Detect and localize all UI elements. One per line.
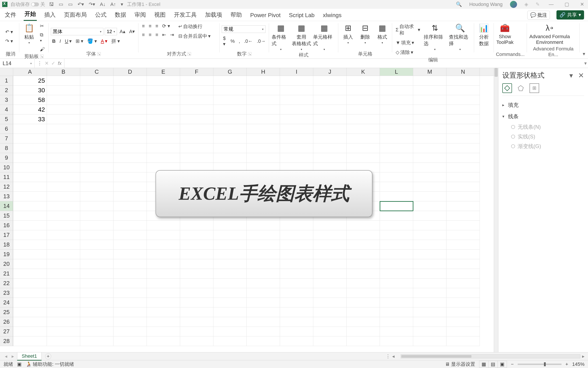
cell-N19[interactable] xyxy=(447,249,480,259)
row-header-7[interactable]: 7 xyxy=(0,134,13,143)
cell-E17[interactable] xyxy=(147,230,180,240)
cell-M19[interactable] xyxy=(413,249,447,259)
normal-view-button[interactable]: ▦ xyxy=(479,361,489,368)
cell-A19[interactable] xyxy=(13,249,47,259)
cell-B26[interactable] xyxy=(47,317,80,327)
tab-review[interactable]: 审阅 xyxy=(134,9,147,21)
tab-data[interactable]: 数据 xyxy=(114,9,127,21)
cell-B23[interactable] xyxy=(47,288,80,298)
cell-C23[interactable] xyxy=(80,288,114,298)
cell-G23[interactable] xyxy=(213,288,247,298)
cell-A21[interactable] xyxy=(13,269,47,278)
cell-E23[interactable] xyxy=(147,288,180,298)
cell-B2[interactable] xyxy=(47,85,80,95)
cell-G18[interactable] xyxy=(213,240,247,249)
cell-D21[interactable] xyxy=(114,269,147,278)
page-break-view-button[interactable]: ▣ xyxy=(498,361,507,368)
font-color-button[interactable]: A ▾ xyxy=(99,37,109,46)
cell-G24[interactable] xyxy=(213,298,247,307)
cell-C15[interactable] xyxy=(80,211,114,221)
cell-D3[interactable] xyxy=(114,95,147,105)
cell-I5[interactable] xyxy=(280,114,313,124)
cell-E6[interactable] xyxy=(147,124,180,134)
cell-H5[interactable] xyxy=(247,114,280,124)
cell-B12[interactable] xyxy=(47,182,80,192)
cell-N9[interactable] xyxy=(447,153,480,163)
cell-H28[interactable] xyxy=(247,336,280,346)
horizontal-scrollbar[interactable] xyxy=(401,354,580,358)
align-middle-button[interactable]: ≡ xyxy=(148,22,153,30)
cell-I3[interactable] xyxy=(280,95,313,105)
cell-D6[interactable] xyxy=(114,124,147,134)
cell-F24[interactable] xyxy=(180,298,213,307)
cell-I26[interactable] xyxy=(280,317,313,327)
cell-M4[interactable] xyxy=(413,105,447,114)
cell-E19[interactable] xyxy=(147,249,180,259)
cell-E25[interactable] xyxy=(147,307,180,317)
cell-J27[interactable] xyxy=(313,327,347,336)
cell-C20[interactable] xyxy=(80,259,114,269)
cell-C12[interactable] xyxy=(80,182,114,192)
wrap-text-button[interactable]: ↵ 自动换行 xyxy=(177,22,212,31)
zoom-slider[interactable] xyxy=(518,364,562,365)
row-header-11[interactable]: 11 xyxy=(0,172,13,182)
cell-K1[interactable] xyxy=(347,76,380,85)
number-launcher-icon[interactable]: ↘ xyxy=(248,52,252,56)
cell-L20[interactable] xyxy=(380,259,413,269)
cell-H1[interactable] xyxy=(247,76,280,85)
cell-N8[interactable] xyxy=(447,143,480,153)
cell-A13[interactable] xyxy=(13,192,47,201)
cell-F26[interactable] xyxy=(180,317,213,327)
cell-N5[interactable] xyxy=(447,114,480,124)
cell-D9[interactable] xyxy=(114,153,147,163)
cell-G16[interactable] xyxy=(213,221,247,230)
row-header-17[interactable]: 17 xyxy=(0,230,13,240)
cell-I17[interactable] xyxy=(280,230,313,240)
row-header-22[interactable]: 22 xyxy=(0,278,13,288)
cell-J21[interactable] xyxy=(313,269,347,278)
cell-A20[interactable] xyxy=(13,259,47,269)
cell-B21[interactable] xyxy=(47,269,80,278)
sheet-nav-next-icon[interactable]: ▸ xyxy=(10,354,15,359)
row-header-2[interactable]: 2 xyxy=(0,85,13,95)
cell-H18[interactable] xyxy=(247,240,280,249)
cell-L27[interactable] xyxy=(380,327,413,336)
tab-xlwings[interactable]: xlwings xyxy=(322,10,342,21)
cell-H4[interactable] xyxy=(247,105,280,114)
cell-J26[interactable] xyxy=(313,317,347,327)
cell-M21[interactable] xyxy=(413,269,447,278)
copy-button[interactable]: ⧉ ▾ xyxy=(39,31,46,44)
cell-F4[interactable] xyxy=(180,105,213,114)
cell-L16[interactable] xyxy=(380,221,413,230)
cell-C9[interactable] xyxy=(80,153,114,163)
cell-B10[interactable] xyxy=(47,163,80,172)
cell-B8[interactable] xyxy=(47,143,80,153)
cell-M22[interactable] xyxy=(413,278,447,288)
cell-N12[interactable] xyxy=(447,182,480,192)
open-icon[interactable]: ▭ xyxy=(68,1,73,7)
cell-N11[interactable] xyxy=(447,172,480,182)
cell-B16[interactable] xyxy=(47,221,80,230)
cell-H26[interactable] xyxy=(247,317,280,327)
cell-M23[interactable] xyxy=(413,288,447,298)
cell-L9[interactable] xyxy=(380,153,413,163)
undo-icon[interactable]: ↶▾ xyxy=(78,1,84,7)
accessibility-status[interactable]: 🧑‍🦽 辅助功能: 一切就绪 xyxy=(26,361,74,368)
column-header-M[interactable]: M xyxy=(413,68,447,76)
cell-D7[interactable] xyxy=(114,134,147,143)
cell-J3[interactable] xyxy=(313,95,347,105)
paste-button[interactable]: 📋 粘贴 ▾ xyxy=(21,22,37,45)
cell-E26[interactable] xyxy=(147,317,180,327)
cell-H25[interactable] xyxy=(247,307,280,317)
number-format-combo[interactable]: 常规▾ xyxy=(222,26,265,33)
cell-K7[interactable] xyxy=(347,134,380,143)
cell-L5[interactable] xyxy=(380,114,413,124)
column-header-I[interactable]: I xyxy=(280,68,313,76)
cell-B13[interactable] xyxy=(47,192,80,201)
tab-home[interactable]: 开始 xyxy=(24,8,37,21)
cell-F3[interactable] xyxy=(180,95,213,105)
align-center-button[interactable]: ≡ xyxy=(148,31,153,39)
tab-insert[interactable]: 插入 xyxy=(43,9,57,21)
qat-more-icon[interactable]: ▾ xyxy=(121,1,123,7)
cell-M25[interactable] xyxy=(413,307,447,317)
